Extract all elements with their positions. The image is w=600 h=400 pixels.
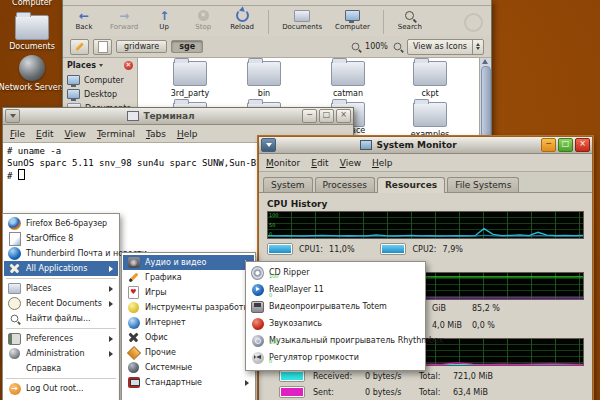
cpu1-color-swatch[interactable] bbox=[267, 243, 293, 255]
folder-icon bbox=[15, 15, 49, 40]
pencil-icon bbox=[75, 42, 83, 50]
submenu-item-graphics[interactable]: Графика bbox=[123, 270, 254, 285]
edit-location-button[interactable] bbox=[70, 39, 89, 55]
submenu-item-system[interactable]: Системные bbox=[123, 360, 254, 375]
menu-terminal[interactable]: Terminal bbox=[97, 129, 135, 139]
menu-edit[interactable]: Edit bbox=[311, 158, 328, 168]
menu-item-thunderbird[interactable]: Thunderbird Почта и новости bbox=[4, 246, 118, 261]
folder-3rd-party[interactable]: 3rd_party bbox=[158, 61, 222, 98]
folder-icon bbox=[413, 102, 447, 127]
sidebar-item-computer[interactable]: Computer bbox=[63, 73, 137, 87]
forward-button[interactable]: → Forward bbox=[110, 9, 138, 31]
documents-button[interactable]: Documents bbox=[282, 9, 322, 31]
back-button[interactable]: ← Back bbox=[71, 9, 97, 31]
menu-item-recent-documents[interactable]: Recent Documents bbox=[4, 296, 118, 311]
system-monitor-title: System Monitor bbox=[278, 140, 539, 150]
menu-tabs[interactable]: Tabs bbox=[146, 129, 166, 139]
menu-item-staroffice[interactable]: StarOffice 8 bbox=[4, 231, 118, 246]
maximize-button[interactable]: □ bbox=[558, 138, 573, 152]
submenu-item-games[interactable]: ♥ Игры bbox=[123, 285, 254, 300]
received-rate: 0 bytes/s bbox=[365, 372, 411, 381]
submenu-item-other[interactable]: Прочие bbox=[123, 345, 254, 360]
folder-catman[interactable]: catman bbox=[316, 61, 380, 98]
reload-button[interactable]: Reload bbox=[229, 9, 255, 31]
menu-item-find-files[interactable]: Найти файлы... bbox=[4, 311, 118, 326]
submenu-arrow-icon bbox=[109, 301, 113, 307]
scroll-up-icon[interactable] bbox=[482, 59, 488, 64]
received-label: Received: bbox=[313, 372, 357, 381]
menu-item-firefox[interactable]: Firefox Веб-браузер bbox=[4, 216, 118, 231]
up-button[interactable]: ↑ Up bbox=[151, 9, 177, 31]
close-button[interactable]: × bbox=[575, 138, 590, 152]
tab-file-systems[interactable]: File Systems bbox=[447, 177, 519, 192]
close-button[interactable]: × bbox=[336, 109, 351, 123]
submenu-item-sound-recorder[interactable]: Звукозапись bbox=[247, 315, 424, 332]
menu-item-all-applications[interactable]: All Applications bbox=[4, 261, 118, 276]
zoom-in-icon[interactable] bbox=[394, 43, 402, 51]
folder-ckpt[interactable]: ckpt bbox=[398, 61, 462, 98]
submenu-item-development[interactable]: Инструменты разработки bbox=[123, 300, 254, 315]
network-axis-labels: 1000 bbox=[269, 339, 279, 365]
menu-edit[interactable]: Edit bbox=[36, 129, 53, 139]
submenu-item-internet[interactable]: Интернет bbox=[123, 315, 254, 330]
maximize-button[interactable]: □ bbox=[319, 109, 334, 123]
tab-system[interactable]: System bbox=[263, 177, 313, 192]
window-menu-button[interactable] bbox=[5, 109, 20, 123]
search-button[interactable]: Search bbox=[397, 9, 423, 31]
cpu2-label: CPU2: bbox=[412, 245, 436, 254]
submenu-item-office[interactable]: Офис bbox=[123, 330, 254, 345]
search-icon bbox=[405, 9, 414, 22]
system-sphere-icon bbox=[127, 361, 140, 374]
computer-button[interactable]: Computer bbox=[335, 9, 370, 31]
main-menu: Firefox Веб-браузер StarOffice 8 Thunder… bbox=[2, 213, 120, 400]
desktop-icon-documents[interactable]: Documents bbox=[0, 15, 64, 51]
sent-color-swatch[interactable] bbox=[279, 386, 305, 398]
places-title[interactable]: Places bbox=[67, 61, 96, 70]
menu-item-preferences[interactable]: Preferences bbox=[4, 331, 118, 346]
menu-view[interactable]: View bbox=[65, 129, 86, 139]
tab-processes[interactable]: Processes bbox=[315, 177, 375, 192]
computer-monitor-icon bbox=[345, 9, 360, 22]
menu-item-logout[interactable]: → Log Out root... bbox=[4, 381, 118, 396]
submenu-item-accessories[interactable]: Стандартные bbox=[123, 375, 254, 390]
menu-view[interactable]: View bbox=[340, 158, 361, 168]
folder-bin[interactable]: bin bbox=[232, 61, 296, 98]
tab-resources[interactable]: Resources bbox=[377, 177, 445, 193]
scrollbar-thumb[interactable] bbox=[481, 66, 491, 138]
breadcrumb-gridware[interactable]: gridware bbox=[116, 40, 167, 53]
menu-help[interactable]: Help bbox=[372, 158, 393, 168]
system-monitor-titlebar[interactable]: System Monitor − □ × bbox=[259, 137, 592, 154]
view-mode-select[interactable]: View as Icons bbox=[407, 39, 484, 55]
desktop-icon-computer[interactable]: Computer bbox=[0, 0, 64, 7]
sidebar-item-desktop[interactable]: Desktop bbox=[63, 87, 137, 101]
desktop-icon-network-servers[interactable]: Network Servers bbox=[0, 55, 64, 92]
minimize-button[interactable]: − bbox=[302, 109, 317, 123]
search-icon bbox=[8, 312, 21, 325]
network-received-row: Received: 0 bytes/s Total: 721,0 MiB bbox=[279, 370, 584, 382]
menu-item-places[interactable]: Places bbox=[4, 281, 118, 296]
menu-monitor[interactable]: Monitor bbox=[266, 158, 300, 168]
realplayer-icon bbox=[251, 283, 264, 296]
menu-file[interactable]: File bbox=[10, 129, 25, 139]
preferences-icon bbox=[8, 332, 21, 345]
zoom-controls: 100% View as Icons bbox=[351, 39, 484, 55]
minimize-button[interactable]: − bbox=[541, 138, 556, 152]
menu-help[interactable]: Help bbox=[177, 129, 198, 139]
menu-item-administration[interactable]: Administration bbox=[4, 346, 118, 361]
sidebar-close-icon[interactable]: ✕ bbox=[124, 61, 133, 70]
thunderbird-icon bbox=[8, 247, 21, 260]
stop-button[interactable]: ✕ Stop bbox=[190, 9, 216, 31]
submenu-item-audio-video[interactable]: Аудио и видео bbox=[123, 255, 254, 270]
zoom-out-icon[interactable] bbox=[352, 43, 360, 51]
received-color-swatch[interactable] bbox=[279, 370, 305, 382]
location-note-button[interactable] bbox=[93, 39, 112, 55]
folder-examples[interactable]: examples bbox=[398, 102, 462, 139]
breadcrumb-sge[interactable]: sge bbox=[171, 40, 203, 53]
cpu2-color-swatch[interactable] bbox=[380, 243, 406, 255]
terminal-titlebar[interactable]: Терминал − □ × bbox=[3, 108, 353, 125]
chevron-down-icon bbox=[99, 64, 103, 67]
menu-item-help[interactable]: ? Справка bbox=[4, 361, 118, 376]
administration-globe-icon bbox=[8, 347, 21, 360]
window-menu-button[interactable] bbox=[261, 138, 276, 152]
submenu-item-totem[interactable]: Видеопроигрыватель Totem bbox=[247, 298, 424, 315]
